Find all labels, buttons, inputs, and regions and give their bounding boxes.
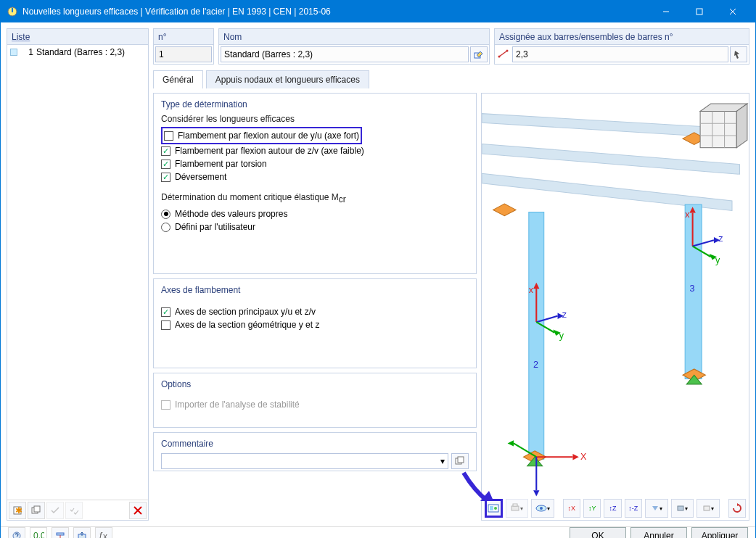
svg-rect-69 [513, 504, 517, 506]
checkbox-icon: ✓ [161, 173, 170, 182]
copy-item-button[interactable] [28, 502, 45, 519]
sub-lengths: Considérer les longueurs efficaces [161, 114, 469, 124]
group-type: Type de détermination Considérer les lon… [153, 93, 477, 274]
chk-flex-y[interactable]: Flambement par flexion autour de y/u (ax… [164, 129, 359, 142]
radio-icon [161, 210, 170, 219]
svg-rect-9 [34, 506, 40, 512]
field-assigned-label: Assignée aux barres/ensembles de barres … [495, 29, 749, 45]
minimize-button[interactable] [649, 1, 683, 22]
svg-point-14 [498, 55, 501, 57]
pick-members-button[interactable] [730, 46, 747, 62]
list-item-label: Standard (Barres : 2,3) [36, 47, 145, 57]
chk-axes-geometric[interactable]: Axes de la section géométrique y et z [161, 318, 469, 331]
field-name: Nom [218, 28, 490, 65]
preview-axis-z-button[interactable]: ↕Z [604, 499, 621, 518]
chk-import-stability: Importer de l'analyse de stabilité [161, 398, 469, 411]
delete-item-button[interactable] [129, 502, 147, 519]
radio-eigen[interactable]: Méthode des valeurs propres [161, 207, 469, 220]
preview-axis-y-button[interactable]: ↕Y [583, 499, 601, 518]
chk-axes-principal[interactable]: ✓ Axes de section principaux y/u et z/v [161, 305, 469, 318]
svg-text:X: X [580, 452, 587, 462]
maximize-button[interactable] [683, 1, 716, 22]
preview-refresh-button[interactable] [728, 499, 746, 518]
list-item-index: 1 [20, 47, 36, 57]
preview-tool2-dropdown[interactable]: ▾ [671, 499, 694, 518]
list-body: 1 Standard (Barres : 2,3) [7, 45, 148, 500]
chk-geometric-label: Axes de la section géométrique y et z [175, 320, 319, 330]
group-comment-title: Commentaire [161, 439, 469, 449]
svg-text:0.00: 0.00 [33, 531, 44, 538]
svg-rect-17 [458, 457, 464, 463]
chk-flex-y-label: Flambement par flexion autour de y/u (ax… [178, 131, 359, 141]
group-type-title: Type de détermination [161, 99, 469, 109]
chk-flex-z[interactable]: ✓ Flambement par flexion autour de z/v (… [161, 144, 469, 157]
tool-export-button[interactable] [73, 527, 91, 538]
new-item-button[interactable]: ✱ [9, 502, 26, 519]
comment-list-button[interactable] [451, 453, 469, 469]
group-axes: Axes de flambement ✓ Axes de section pri… [153, 278, 477, 368]
svg-point-71 [540, 507, 543, 510]
chk-principal-label: Axes de section principaux y/u et z/v [175, 307, 316, 317]
assigned-input[interactable] [512, 46, 728, 62]
number-input[interactable] [155, 46, 212, 62]
radio-eigen-label: Méthode des valeurs propres [175, 209, 287, 219]
chk-torsion[interactable]: ✓ Flambement par torsion [161, 157, 469, 170]
svg-point-15 [506, 49, 509, 51]
help-button[interactable] [8, 527, 25, 538]
preview-toolbar: ▾ ▾ ↕X ↕Y ↕Z ↕-Z ▾ ▾ ▾ [483, 498, 747, 518]
window-title: Nouvelles longueurs efficaces | Vérifica… [22, 7, 649, 17]
chk-deversement[interactable]: ✓ Déversement [161, 170, 469, 183]
preview-3d[interactable]: xzy xzy X Z [481, 93, 749, 521]
apply-button[interactable]: Appliquer [691, 527, 748, 538]
svg-point-67 [494, 507, 497, 510]
titlebar: Nouvelles longueurs efficaces | Vérifica… [1, 1, 755, 22]
chk-deversement-label: Déversement [175, 172, 226, 182]
svg-text:✱: ✱ [15, 505, 22, 516]
cancel-button[interactable]: Annuler [630, 527, 687, 538]
tool-check-button[interactable] [46, 502, 64, 519]
tool-fx-button[interactable]: fx [95, 527, 112, 538]
comment-combo[interactable]: ▾ [161, 453, 448, 469]
app-icon [7, 6, 18, 17]
svg-rect-3 [697, 9, 702, 15]
preview-display-button[interactable] [485, 499, 503, 518]
svg-marker-51 [508, 440, 514, 446]
preview-tool3-dropdown[interactable]: ▾ [697, 499, 720, 518]
highlight-flex-y: Flambement par flexion autour de y/u (ax… [161, 127, 362, 144]
preview-svg: xzy xzy X Z [482, 94, 749, 520]
ok-button[interactable]: OK [570, 527, 626, 538]
list-item[interactable]: 1 Standard (Barres : 2,3) [9, 46, 147, 58]
units-button[interactable]: 0.00 [30, 527, 47, 538]
svg-text:y: y [715, 255, 720, 265]
svg-text:z: z [718, 233, 723, 244]
field-assigned: Assignée aux barres/ensembles de barres … [494, 28, 749, 65]
sub-mcr: Détermination du moment critique élastiq… [161, 192, 469, 204]
svg-rect-22 [529, 212, 544, 460]
left-panel: Liste 1 Standard (Barres : 2,3) ✱ [7, 28, 149, 521]
preview-axis-negz-button[interactable]: ↕-Z [625, 499, 642, 518]
tab-supports[interactable]: Appuis nodaux et longueurs efficaces [206, 70, 369, 88]
left-panel-header: Liste [7, 29, 148, 45]
tabs: Général Appuis nodaux et longueurs effic… [153, 70, 749, 88]
svg-text:x: x [529, 285, 534, 295]
checkbox-icon: ✓ [161, 146, 170, 156]
field-name-label: Nom [219, 29, 489, 45]
tool-beam-button[interactable] [52, 527, 69, 538]
tool-multi-button[interactable] [65, 502, 83, 519]
svg-marker-24 [493, 204, 516, 216]
close-button[interactable] [716, 1, 749, 22]
preview-tool1-dropdown[interactable]: ▾ [645, 499, 668, 518]
edit-name-button[interactable] [470, 46, 488, 62]
checkbox-icon [161, 320, 170, 330]
radio-user[interactable]: Défini par l'utilisateur [161, 220, 469, 233]
preview-eye-dropdown[interactable]: ▾ [531, 499, 554, 518]
preview-print-dropdown[interactable]: ▾ [506, 499, 529, 518]
tab-general[interactable]: Général [153, 70, 203, 88]
field-number-label: n° [154, 29, 213, 45]
preview-axis-x-button[interactable]: ↕X [563, 499, 580, 518]
radio-icon [161, 223, 170, 232]
svg-text:x: x [103, 531, 107, 538]
svg-line-13 [499, 51, 507, 57]
name-input[interactable] [221, 46, 469, 62]
checkbox-icon: ✓ [161, 160, 170, 169]
